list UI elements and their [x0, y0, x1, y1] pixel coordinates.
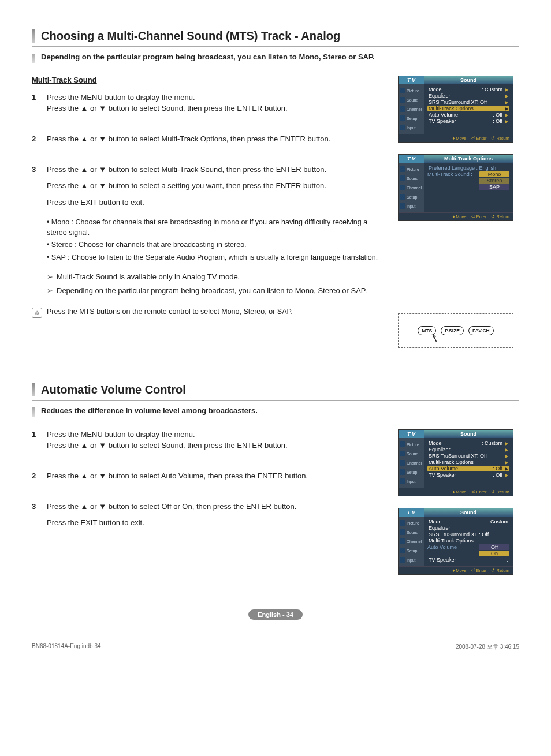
section-subtitle: Depending on the particular program bein… — [41, 53, 375, 63]
page-footer: English - 34 — [32, 609, 519, 620]
note-1: ➢ Multi-Track Sound is available only in… — [47, 272, 388, 282]
step-3b-text: Press the ▲ or ▼ button to select a sett… — [47, 181, 388, 192]
osd-autovol-options: T V Sound Picture Sound Channel Setup In… — [398, 508, 513, 575]
osd-foot-move: ♦ Move — [452, 136, 466, 141]
bullet-notes: • Mono : Choose for channels that are br… — [47, 218, 388, 263]
step-3: 3 Press the ▲ or ▼ button to select Mult… — [32, 164, 388, 215]
note-1-text: Multi-Track Sound is available only in A… — [57, 272, 240, 282]
step-3c-text: Press the EXIT button to exit. — [47, 197, 388, 208]
step-3a-text: Press the ▲ or ▼ button to select Multi-… — [47, 164, 388, 175]
osd-foot-return: ↺ Return — [491, 136, 509, 141]
step-1: 1 Press the MENU button to display the m… — [32, 429, 388, 457]
step-2: 2 Press the ▲ or ▼ button to select Mult… — [32, 134, 388, 151]
remote-btn-favch: FAV.CH — [468, 326, 494, 335]
subtitle-accent — [32, 407, 35, 417]
section-subtitle: Reduces the difference in volume level a… — [41, 406, 258, 417]
remote-note-text: Press the MTS buttons on the remote cont… — [47, 308, 293, 316]
osd-col: T V Sound Picture Sound Channel Setup In… — [398, 76, 519, 348]
section-auto-volume: Automatic Volume Control Reduces the dif… — [32, 383, 519, 575]
bullet-sap: • SAP : Choose to listen to the Separate… — [47, 253, 388, 263]
osd-row-selected: Multi-Track Options▶ — [427, 106, 509, 111]
note-arrow-icon: ➢ — [47, 286, 53, 296]
doc-file-name: BN68-01814A-Eng.indb 34 — [32, 643, 101, 651]
section-title: Automatic Volume Control — [41, 383, 186, 396]
osd-sound-menu-autovol: T V Sound Picture Sound Channel Setup In… — [398, 429, 513, 496]
multi-track-label: Multi-Track Sound — [32, 76, 388, 84]
mts-opt-mono: Mono — [479, 171, 509, 177]
step-2-text: Press the ▲ or ▼ button to select Multi-… — [47, 134, 388, 145]
section-subtitle-row: Depending on the particular program bein… — [32, 53, 519, 63]
osd-title: Sound — [424, 77, 513, 83]
note-2: ➢ Depending on the particular program be… — [47, 286, 388, 296]
mts-options: Mono Stereo SAP — [479, 171, 509, 190]
remote-icon: ✲ — [32, 308, 42, 318]
osd-mts-menu: T V Multi-Track Options Picture Sound Ch… — [398, 154, 513, 221]
opt-off: Off — [479, 544, 509, 550]
remote-btn-psize: P.SIZE — [441, 326, 464, 335]
bullet-mono: • Mono : Choose for channels that are br… — [47, 218, 388, 238]
section-title: Choosing a Multi-Channel Sound (MTS) Tra… — [41, 29, 340, 43]
doc-timestamp: 2008-07-28 오후 3:46:15 — [456, 643, 519, 651]
mts-opt-sap: SAP — [479, 184, 509, 190]
note-2-text: Depending on the particular program bein… — [57, 286, 367, 296]
remote-illustration: MTS P.SIZE FAV.CH ↖ — [398, 313, 513, 348]
osd-tv-label: T V — [399, 76, 424, 84]
osd-sidebar: Picture Sound Channel Setup Input — [399, 84, 424, 134]
osd-foot-enter: ⏎ Enter — [471, 136, 487, 141]
subtitle-accent — [32, 54, 35, 63]
osd-sound-menu: T V Sound Picture Sound Channel Setup In… — [398, 76, 513, 143]
step-2: 2 Press the ▲ or ▼ button to select Auto… — [32, 471, 388, 488]
osd-row-selected: Auto Volume: Off▶ — [427, 466, 509, 471]
instructions-col: Multi-Track Sound 1 Press the MENU butto… — [32, 76, 398, 318]
opt-on: On — [479, 551, 509, 556]
steps-list: 1 Press the MENU button to display the m… — [32, 92, 388, 214]
section-heading: Choosing a Multi-Channel Sound (MTS) Tra… — [32, 29, 519, 47]
mts-opt-stereo: Stereo — [479, 178, 509, 184]
remote-note: ✲ Press the MTS buttons on the remote co… — [32, 308, 388, 318]
document-footer: BN68-01814A-Eng.indb 34 2008-07-28 오후 3:… — [0, 643, 551, 663]
step-1-text: Press the MENU button to display the men… — [47, 92, 388, 114]
step-1: 1 Press the MENU button to display the m… — [32, 92, 388, 120]
step-3: 3 Press the ▲ or ▼ button to select Off … — [32, 501, 388, 535]
bullet-stereo: • Stereo : Choose for channels that are … — [47, 240, 388, 250]
section-mts: Choosing a Multi-Channel Sound (MTS) Tra… — [32, 29, 519, 348]
heading-accent — [32, 383, 35, 396]
note-arrow-icon: ➢ — [47, 272, 53, 282]
heading-accent — [32, 29, 35, 43]
page-number-badge: English - 34 — [248, 609, 303, 620]
